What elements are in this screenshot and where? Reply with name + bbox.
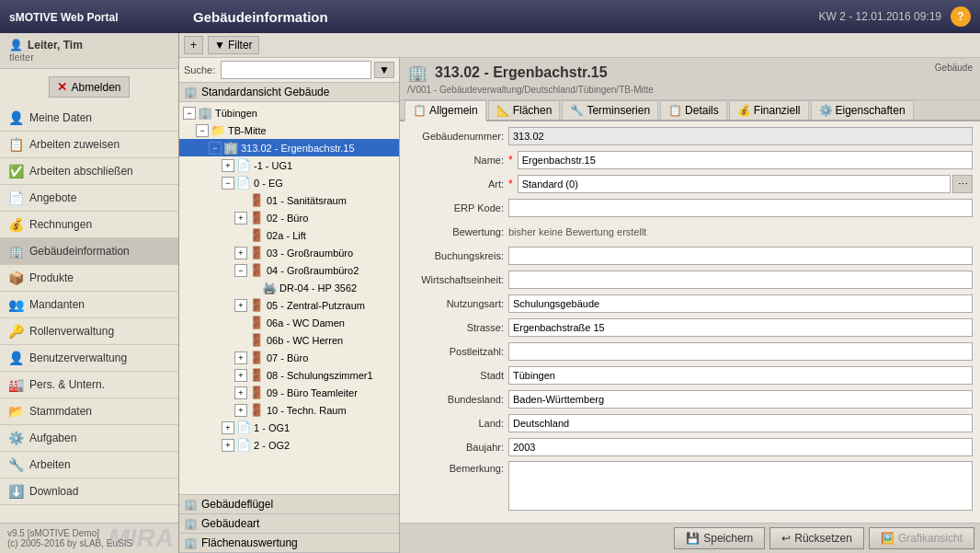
tree-item-tuebingen[interactable]: − 🏢 Tübingen xyxy=(179,104,399,121)
gebaeude-nummer-input[interactable] xyxy=(508,127,973,145)
land-input[interactable] xyxy=(508,414,973,432)
help-button[interactable]: ? xyxy=(951,6,971,27)
wirtschaftseinheit-label: Wirtschaftseinheit: xyxy=(407,274,508,285)
land-label: Land: xyxy=(407,418,508,429)
expand-schulungszimmer[interactable]: + xyxy=(234,369,247,382)
expand-buero02[interactable]: + xyxy=(234,212,247,225)
putzraum-label: 05 - Zentral-Putzraum xyxy=(267,300,365,311)
ruecksetzen-button[interactable]: ↩ Rücksetzen xyxy=(769,527,864,549)
expand-og2[interactable]: + xyxy=(222,439,234,452)
tree-item-buero-teamleiter[interactable]: + 🚪 09 - Büro Teamleiter xyxy=(179,384,399,401)
tree-item-buero07[interactable]: + 🚪 07 - Büro xyxy=(179,349,399,366)
allgemein-icon: 📋 xyxy=(413,104,427,117)
version-text: v9.5 [sMOTIVE Demo] xyxy=(7,528,171,538)
filter-button[interactable]: ▼ Filter xyxy=(208,36,259,54)
sidebar-item-arbeiten[interactable]: 🔧 Arbeiten xyxy=(0,452,178,478)
expand-putzraum[interactable]: + xyxy=(234,299,247,312)
name-input[interactable] xyxy=(518,151,973,169)
strasse-input[interactable] xyxy=(508,318,973,337)
tree-item-eg[interactable]: − 📄 0 - EG xyxy=(179,174,399,191)
expand-grossraum03[interactable]: + xyxy=(234,247,247,259)
sanitaetsraum-label: 01 - Sanitätsraum xyxy=(267,195,347,206)
tree-panel: Suche: ▼ 🏢 Standardansicht Gebäude − 🏢 T… xyxy=(179,58,400,553)
ruecksetzen-icon: ↩ xyxy=(781,532,791,545)
expand-og1[interactable]: + xyxy=(222,421,234,434)
pers-untern-icon: 🏭 xyxy=(7,376,24,393)
eigenschaften-label: Eigenschaften xyxy=(836,104,906,117)
tab-flaechen[interactable]: 📐 Flächen xyxy=(488,100,561,120)
sidebar-item-arbeiten-abschliessen[interactable]: ✅ Arbeiten abschließen xyxy=(0,158,178,185)
sidebar-item-benutzerverwaltung[interactable]: 👤 Benutzerverwaltung xyxy=(0,345,178,372)
tree-item-buero02[interactable]: + 🚪 02 - Büro xyxy=(179,209,399,226)
sidebar-item-label: Mandanten xyxy=(29,298,85,311)
abmelden-button[interactable]: ✕ Abmelden xyxy=(49,76,129,98)
art-input[interactable] xyxy=(518,175,951,193)
bundesland-input[interactable] xyxy=(508,390,973,409)
tree-item-grossraum03[interactable]: + 🚪 03 - Großraumbüro xyxy=(179,244,399,261)
search-dropdown-button[interactable]: ▼ xyxy=(374,62,394,78)
speichern-button[interactable]: 💾 Speichern xyxy=(674,527,765,549)
sidebar-item-meine-daten[interactable]: 👤 Meine Daten xyxy=(0,105,178,132)
sidebar-item-download[interactable]: ⬇️ Download xyxy=(0,478,178,505)
erp-kode-input[interactable] xyxy=(508,199,973,217)
detail-title: 313.02 - Ergenbachstr.15 xyxy=(435,64,608,81)
sidebar-item-rollenverwaltung[interactable]: 🔑 Rollenverwaltung xyxy=(0,318,178,345)
bemerkung-textarea[interactable] xyxy=(508,461,973,511)
sidebar-item-aufgaben[interactable]: ⚙️ Aufgaben xyxy=(0,425,178,452)
tree-item-putzraum[interactable]: + 🚪 05 - Zentral-Putzraum xyxy=(179,296,399,314)
tree-item-ergenbachstr[interactable]: − 🏢 313.02 - Ergenbachstr.15 xyxy=(179,139,399,156)
expand-ergenbachstr[interactable]: − xyxy=(209,142,222,155)
sidebar-item-angebote[interactable]: 📄 Angebote xyxy=(0,185,178,212)
tree-item-schulungszimmer[interactable]: + 🚪 08 - Schulungszimmer1 xyxy=(179,366,399,384)
sidebar-item-stammdaten[interactable]: 📂 Stammdaten xyxy=(0,398,178,425)
tree-tab-gebaeudeart[interactable]: 🏢 Gebäudeart xyxy=(179,514,399,534)
tree-item-wc-damen[interactable]: 🚪 06a - WC Damen xyxy=(179,314,399,331)
add-button[interactable]: + xyxy=(184,36,203,54)
panels: Suche: ▼ 🏢 Standardansicht Gebäude − 🏢 T… xyxy=(179,58,980,553)
tree-tab-gebaeudeflugel[interactable]: 🏢 Gebäudeflügel xyxy=(179,495,399,514)
search-input[interactable] xyxy=(221,61,371,79)
sidebar-item-rechnungen[interactable]: 💰 Rechnungen xyxy=(0,212,178,238)
detail-form: Gebäudenummer: Name: * xyxy=(400,121,980,523)
tree-header-label: Standardansicht Gebäude xyxy=(201,86,329,98)
tree-item-techn-raum[interactable]: + 🚪 10 - Techn. Raum xyxy=(179,401,399,419)
tree-item-grossraum04[interactable]: − 🚪 04 - Großraumbüro2 xyxy=(179,261,399,279)
baujahr-input[interactable] xyxy=(508,438,973,456)
postleitzahl-input[interactable] xyxy=(508,342,973,361)
expand-tb-mitte[interactable]: − xyxy=(196,124,209,137)
nutzungsart-input[interactable] xyxy=(508,294,973,313)
tree-item-og1[interactable]: + 📄 1 - OG1 xyxy=(179,419,399,436)
sidebar-item-mandanten[interactable]: 👥 Mandanten xyxy=(0,292,178,318)
buchungskreis-input[interactable] xyxy=(508,247,973,265)
expand-eg[interactable]: − xyxy=(222,177,234,190)
wirtschaftseinheit-input[interactable] xyxy=(508,271,973,289)
baujahr-label: Baujahr: xyxy=(407,442,508,453)
tab-finanziell[interactable]: 💰 Finanziell xyxy=(729,100,809,120)
tree-item-wc-herren[interactable]: 🚪 06b - WC Herren xyxy=(179,331,399,349)
art-pick-button[interactable]: ⋯ xyxy=(952,175,973,193)
tree-item-lift[interactable]: 🚪 02a - Lift xyxy=(179,226,399,244)
expand-techn-raum[interactable]: + xyxy=(234,404,247,417)
tab-eigenschaften[interactable]: ⚙️ Eigenschaften xyxy=(811,100,914,120)
tree-item-og2[interactable]: + 📄 2 - OG2 xyxy=(179,436,399,454)
expand-buero-teamleiter[interactable]: + xyxy=(234,386,247,399)
stadt-input[interactable] xyxy=(508,366,973,385)
tab-terminserien[interactable]: 🔧 Terminserien xyxy=(562,100,658,120)
tab-details[interactable]: 📋 Details xyxy=(660,100,727,120)
tree-tab-flaechenauswertung[interactable]: 🏢 Flächenauswertung xyxy=(179,534,399,553)
tree-item-tb-mitte[interactable]: − 📁 TB-Mitte xyxy=(179,121,399,139)
expand-tuebingen[interactable]: − xyxy=(183,107,196,120)
tab-allgemein[interactable]: 📋 Allgemein xyxy=(405,100,486,121)
sidebar-item-gebaeudeinformation[interactable]: 🏢 Gebäudeinformation xyxy=(0,238,178,265)
tree-item-sanitaetsraum[interactable]: 🚪 01 - Sanitätsraum xyxy=(179,191,399,209)
expand-buero07[interactable]: + xyxy=(234,351,247,364)
sidebar-item-pers-untern[interactable]: 🏭 Pers. & Untern. xyxy=(0,372,178,398)
expand-grossraum04[interactable]: − xyxy=(234,264,247,277)
sidebar-item-arbeiten-zuweisen[interactable]: 📋 Arbeiten zuweisen xyxy=(0,132,178,158)
detail-type-badge: Gebäude xyxy=(935,63,973,73)
expand-ug1[interactable]: + xyxy=(222,159,234,172)
tree-item-ug1[interactable]: + 📄 -1 - UG1 xyxy=(179,156,399,174)
sidebar-item-produkte[interactable]: 📦 Produkte xyxy=(0,265,178,292)
tree-item-dr04[interactable]: 🖨️ DR-04 - HP 3562 xyxy=(179,279,399,296)
grafikansicht-button[interactable]: 🖼️ Grafikansicht xyxy=(869,527,974,549)
